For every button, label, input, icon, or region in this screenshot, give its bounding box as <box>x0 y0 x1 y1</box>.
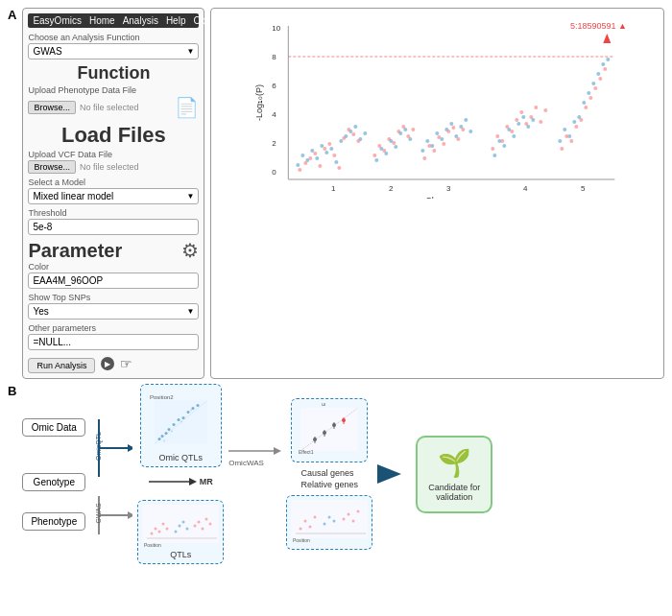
final-arrow-svg <box>377 460 411 488</box>
phenotype-box: Phenotype <box>22 512 85 531</box>
svg-point-24 <box>335 160 339 164</box>
svg-point-58 <box>399 131 403 135</box>
svg-point-116 <box>575 125 579 129</box>
svg-point-92 <box>544 108 548 112</box>
svg-rect-183 <box>291 500 368 538</box>
svg-point-138 <box>167 428 170 431</box>
svg-marker-126 <box>128 444 132 452</box>
svg-point-73 <box>428 144 432 148</box>
heatmap-svg: Position2 <box>145 389 217 451</box>
svg-point-54 <box>380 147 384 151</box>
document-icon: 📄 <box>175 96 199 119</box>
svg-text:0: 0 <box>273 168 277 177</box>
svg-point-41 <box>348 128 351 131</box>
vcf-browse-btn[interactable]: Browse... <box>28 160 76 174</box>
model-dropdown-arrow-icon: ▼ <box>186 192 194 201</box>
svg-point-166 <box>205 518 208 521</box>
omic-qtls-box: Position2 <box>140 384 222 467</box>
menu-help[interactable]: Help <box>166 15 186 26</box>
threshold-input[interactable]: 5e-8 <box>28 219 199 235</box>
svg-point-53 <box>375 158 379 162</box>
svg-text:GWAS: GWAS <box>95 503 102 523</box>
svg-point-19 <box>311 149 315 153</box>
svg-point-161 <box>182 521 185 524</box>
svg-point-114 <box>565 134 569 138</box>
color-input[interactable]: EAA4M_96OOP <box>28 272 199 289</box>
model-row: Select a Model Mixed linear model ▼ <box>28 178 199 204</box>
svg-point-57 <box>395 145 398 149</box>
svg-point-190 <box>328 516 331 519</box>
menu-analysis[interactable]: Analysis <box>123 15 158 26</box>
svg-text:1: 1 <box>331 184 336 193</box>
show-snps-select[interactable]: Yes ▼ <box>28 303 199 320</box>
svg-text:8: 8 <box>273 53 277 61</box>
svg-point-147 <box>180 421 182 423</box>
annotation-text: 5:18590591 <box>570 21 616 31</box>
run-analysis-btn[interactable]: Run Analysis <box>28 358 95 373</box>
svg-text:OmicQTL: OmicQTL <box>95 431 103 460</box>
svg-point-117 <box>580 118 584 122</box>
run-play-icon[interactable]: ▶ <box>101 357 114 370</box>
flow-labels: OmicQTL GWAS <box>94 407 132 541</box>
svg-point-195 <box>357 510 360 513</box>
svg-point-72 <box>423 156 427 160</box>
vcf-browse-row: Browse... No file selected <box>28 160 199 174</box>
other-params-input[interactable]: =NULL... <box>28 334 199 350</box>
svg-text:4: 4 <box>523 184 528 193</box>
svg-point-77 <box>447 130 451 133</box>
show-snps-value: Yes <box>33 306 48 317</box>
phenotype-browse-btn[interactable]: Browse... <box>28 101 76 114</box>
genotype-box: Genotype <box>22 473 85 491</box>
gear-icon[interactable]: ⚙ <box>181 239 199 262</box>
svg-text:Effect2: Effect2 <box>321 403 326 406</box>
svg-text:4: 4 <box>273 110 277 119</box>
manhattan-svg: 10 8 6 4 2 0 -Log₁₀(P) <box>219 16 656 199</box>
dropdown-arrow-icon: ▼ <box>186 47 194 56</box>
svg-point-105 <box>573 120 577 124</box>
gwas-area: GWAS <box>94 491 132 539</box>
qtls-box: Position QTLs <box>137 500 224 564</box>
other-params-row: Other parameters =NULL... <box>28 323 199 350</box>
section-b: B Omic Data Genotype Phenotype OmicQTL <box>8 384 664 564</box>
svg-point-78 <box>452 126 456 130</box>
svg-point-108 <box>588 91 591 95</box>
candidate-label: Candidate for validation <box>427 483 481 502</box>
svg-point-180 <box>342 418 346 422</box>
svg-point-21 <box>321 144 324 148</box>
svg-point-37 <box>328 142 332 146</box>
gwas-arrow-svg: GWAS <box>94 491 132 539</box>
menu-home[interactable]: Home <box>89 15 115 26</box>
result-manhattan-svg: Position <box>291 500 368 543</box>
svg-point-145 <box>163 440 165 442</box>
result-labels: Causal genes Relative genes <box>300 468 358 489</box>
svg-point-30 <box>364 131 368 135</box>
svg-point-87 <box>520 110 524 114</box>
mr-arrow-svg <box>149 475 197 488</box>
svg-point-40 <box>343 136 347 140</box>
svg-text:10: 10 <box>273 24 281 33</box>
svg-point-31 <box>299 168 302 172</box>
svg-point-44 <box>373 154 377 157</box>
left-inputs: Omic Data Genotype Phenotype <box>22 418 85 531</box>
svg-point-193 <box>348 513 350 516</box>
svg-point-146 <box>171 431 173 433</box>
svg-point-20 <box>316 156 320 160</box>
svg-point-90 <box>535 106 539 109</box>
svg-point-160 <box>179 525 181 528</box>
svg-point-62 <box>426 139 430 143</box>
analysis-function-select[interactable]: GWAS ▼ <box>28 43 199 59</box>
svg-point-67 <box>450 122 454 126</box>
svg-point-155 <box>155 528 157 531</box>
mr-label: MR <box>200 477 213 486</box>
svg-point-32 <box>304 161 308 165</box>
menu-app-name[interactable]: EasyOmics <box>33 15 82 26</box>
flow-diagram: Omic Data Genotype Phenotype OmicQTL <box>22 384 664 564</box>
model-select[interactable]: Mixed linear model ▼ <box>28 188 199 204</box>
model-label: Select a Model <box>28 178 199 187</box>
svg-text:Position: Position <box>144 542 161 548</box>
svg-point-136 <box>160 435 163 438</box>
svg-point-137 <box>164 432 167 435</box>
svg-point-71 <box>469 130 473 133</box>
final-arrow <box>377 460 411 488</box>
svg-point-110 <box>597 72 601 76</box>
